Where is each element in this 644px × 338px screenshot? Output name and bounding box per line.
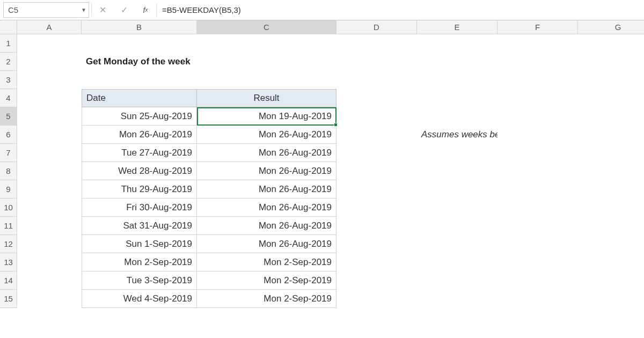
cell-G3[interactable]	[578, 71, 644, 89]
name-box-dropdown-icon[interactable]: ▼	[79, 7, 89, 13]
formula-input[interactable]: =B5-WEEKDAY(B5,3)	[157, 0, 644, 20]
cell-A5[interactable]	[17, 107, 82, 126]
cell-F8[interactable]	[497, 162, 578, 180]
cell-C12[interactable]: Mon 26-Aug-2019	[197, 235, 336, 253]
cell-D7[interactable]	[336, 144, 417, 162]
cell-G1[interactable]	[578, 34, 644, 53]
row-header-12[interactable]: 12	[0, 235, 17, 253]
cell-E11[interactable]	[417, 217, 497, 235]
cell-D15[interactable]	[336, 290, 417, 308]
cell-F3[interactable]	[497, 71, 578, 89]
row-header-14[interactable]: 14	[0, 271, 17, 290]
table-header-date[interactable]: Date	[82, 89, 197, 107]
cell-C10[interactable]: Mon 26-Aug-2019	[197, 199, 336, 217]
row-header-7[interactable]: 7	[0, 144, 17, 162]
col-header-F[interactable]: F	[497, 20, 578, 34]
cell-B2-title[interactable]: Get Monday of the week	[82, 53, 197, 71]
cell-G8[interactable]	[578, 162, 644, 180]
cell-G13[interactable]	[578, 253, 644, 271]
cell-E4[interactable]	[417, 89, 497, 107]
cell-G11[interactable]	[578, 217, 644, 235]
cell-D2[interactable]	[336, 53, 417, 71]
cell-D6[interactable]	[336, 126, 417, 144]
cell-E12[interactable]	[417, 235, 497, 253]
cell-B9[interactable]: Thu 29-Aug-2019	[82, 180, 197, 199]
cell-D3[interactable]	[336, 71, 417, 89]
cell-E1[interactable]	[417, 34, 497, 53]
cell-F1[interactable]	[497, 34, 578, 53]
cell-A7[interactable]	[17, 144, 82, 162]
cell-G15[interactable]	[578, 290, 644, 308]
col-header-B[interactable]: B	[82, 20, 197, 34]
cancel-icon[interactable]: ✕	[92, 0, 113, 20]
cell-G5[interactable]	[578, 107, 644, 126]
cell-B6[interactable]: Mon 26-Aug-2019	[82, 126, 197, 144]
cell-A15[interactable]	[17, 290, 82, 308]
row-header-5[interactable]: 5	[0, 107, 17, 126]
row-header-8[interactable]: 8	[0, 162, 17, 180]
cell-D8[interactable]	[336, 162, 417, 180]
cell-F9[interactable]	[497, 180, 578, 199]
cell-C11[interactable]: Mon 26-Aug-2019	[197, 217, 336, 235]
cell-C13[interactable]: Mon 2-Sep-2019	[197, 253, 336, 271]
cell-G9[interactable]	[578, 180, 644, 199]
row-header-15[interactable]: 15	[0, 290, 17, 308]
row-header-4[interactable]: 4	[0, 89, 17, 107]
cell-B1[interactable]	[82, 34, 197, 53]
cell-C3[interactable]	[197, 71, 336, 89]
cell-G12[interactable]	[578, 235, 644, 253]
cell-A14[interactable]	[17, 271, 82, 290]
cell-B11[interactable]: Sat 31-Aug-2019	[82, 217, 197, 235]
cell-E5[interactable]	[417, 107, 497, 126]
cell-D9[interactable]	[336, 180, 417, 199]
col-header-D[interactable]: D	[336, 20, 417, 34]
cell-C1[interactable]	[197, 34, 336, 53]
cell-G4[interactable]	[578, 89, 644, 107]
cell-F12[interactable]	[497, 235, 578, 253]
cell-A6[interactable]	[17, 126, 82, 144]
cell-D10[interactable]	[336, 199, 417, 217]
row-header-1[interactable]: 1	[0, 34, 17, 53]
cell-D1[interactable]	[336, 34, 417, 53]
cell-B15[interactable]: Wed 4-Sep-2019	[82, 290, 197, 308]
col-header-C[interactable]: C	[197, 20, 336, 34]
cell-B5[interactable]: Sun 25-Aug-2019	[82, 107, 197, 126]
row-header-3[interactable]: 3	[0, 71, 17, 89]
name-box[interactable]: C5 ▼	[3, 2, 89, 18]
cell-E13[interactable]	[417, 253, 497, 271]
cell-C7[interactable]: Mon 26-Aug-2019	[197, 144, 336, 162]
cell-C6[interactable]: Mon 26-Aug-2019	[197, 126, 336, 144]
cell-E2[interactable]	[417, 53, 497, 71]
cell-E7[interactable]	[417, 144, 497, 162]
cell-E15[interactable]	[417, 290, 497, 308]
cell-G7[interactable]	[578, 144, 644, 162]
worksheet[interactable]: A B C D E F G 1 2 Get Monday of the week…	[0, 20, 644, 308]
cell-B7[interactable]: Tue 27-Aug-2019	[82, 144, 197, 162]
cell-A4[interactable]	[17, 89, 82, 107]
row-header-2[interactable]: 2	[0, 53, 17, 71]
cell-C14[interactable]: Mon 2-Sep-2019	[197, 271, 336, 290]
cell-C9[interactable]: Mon 26-Aug-2019	[197, 180, 336, 199]
select-all-corner[interactable]	[0, 20, 17, 34]
col-header-E[interactable]: E	[417, 20, 497, 34]
enter-icon[interactable]: ✓	[113, 0, 135, 20]
cell-F4[interactable]	[497, 89, 578, 107]
cell-E6-note[interactable]: Assumes weeks begin on Monday	[417, 126, 497, 144]
cell-D12[interactable]	[336, 235, 417, 253]
cell-D14[interactable]	[336, 271, 417, 290]
fx-icon[interactable]: fx	[135, 0, 156, 20]
cell-D13[interactable]	[336, 253, 417, 271]
cell-A9[interactable]	[17, 180, 82, 199]
cell-E3[interactable]	[417, 71, 497, 89]
cell-E14[interactable]	[417, 271, 497, 290]
cell-G2[interactable]	[578, 53, 644, 71]
cell-E8[interactable]	[417, 162, 497, 180]
cell-G10[interactable]	[578, 199, 644, 217]
row-header-10[interactable]: 10	[0, 199, 17, 217]
cell-A11[interactable]	[17, 217, 82, 235]
cell-F10[interactable]	[497, 199, 578, 217]
col-header-G[interactable]: G	[578, 20, 644, 34]
cell-F7[interactable]	[497, 144, 578, 162]
cell-A8[interactable]	[17, 162, 82, 180]
cell-A3[interactable]	[17, 71, 82, 89]
